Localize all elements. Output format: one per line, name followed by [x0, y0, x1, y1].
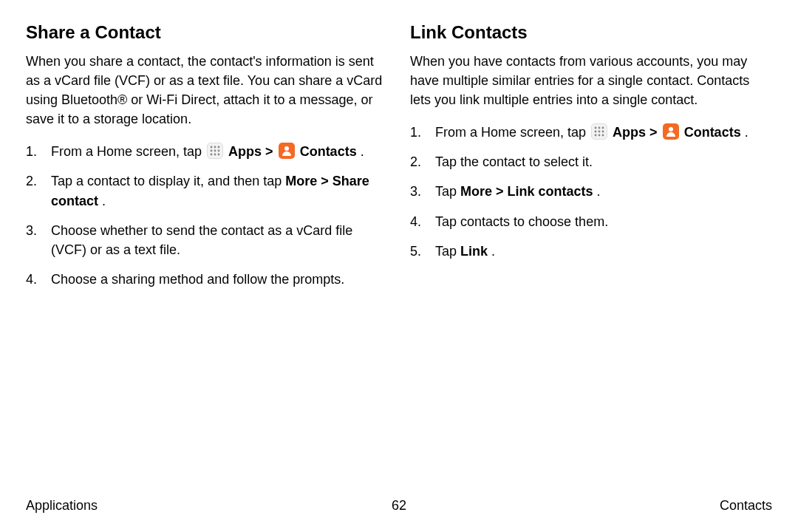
period: . [491, 244, 495, 259]
more-label: More [285, 174, 317, 188]
svg-point-18 [602, 134, 604, 137]
share-step-3: 3. Choose whether to send the contact as… [26, 221, 388, 259]
page-number: 62 [392, 498, 406, 514]
link-label: Link [460, 244, 488, 259]
step-text: Choose a sharing method and follow the p… [51, 272, 344, 287]
link-step-2: 2. Tap the contact to select it. [410, 152, 772, 171]
content-columns: Share a Contact When you share a contact… [26, 22, 772, 299]
contacts-icon [279, 143, 295, 159]
share-intro: When you share a contact, the contact's … [26, 52, 388, 129]
link-step-3: 3. Tap More > Link contacts . [410, 182, 772, 201]
step-number: 1. [410, 123, 421, 142]
share-step-1: 1. From a Home screen, tap Apps > Contac… [26, 142, 388, 161]
svg-point-8 [218, 154, 220, 156]
svg-point-2 [218, 146, 220, 149]
step-number: 1. [26, 142, 37, 161]
step-number: 3. [26, 221, 37, 240]
apps-icon [591, 123, 607, 140]
step-text: Choose whether to send the contact as a … [51, 223, 352, 257]
svg-point-4 [214, 150, 216, 152]
svg-point-6 [211, 154, 213, 156]
more-link-label: More > Link contacts [460, 184, 593, 199]
step-text: Tap [435, 244, 460, 259]
link-steps: 1. From a Home screen, tap Apps > Contac… [410, 123, 772, 260]
share-step-4: 4. Choose a sharing method and follow th… [26, 270, 388, 289]
step-text: From a Home screen, tap [51, 144, 205, 159]
link-intro: When you have contacts from various acco… [410, 52, 772, 109]
link-heading: Link Contacts [410, 22, 772, 43]
period: . [745, 125, 748, 140]
left-column: Share a Contact When you share a contact… [26, 22, 388, 299]
right-column: Link Contacts When you have contacts fro… [410, 22, 772, 299]
period: . [102, 194, 106, 208]
share-step-2: 2. Tap a contact to display it, and then… [26, 171, 388, 210]
svg-point-9 [284, 146, 289, 151]
footer-section: Applications [26, 498, 98, 514]
step-number: 3. [410, 182, 421, 201]
link-step-4: 4. Tap contacts to choose them. [410, 212, 772, 231]
chevron: > [265, 144, 277, 159]
step-number: 2. [410, 152, 421, 171]
step-text: Tap contacts to choose them. [435, 214, 608, 229]
svg-point-1 [214, 146, 216, 149]
svg-point-7 [214, 154, 216, 156]
period: . [361, 144, 364, 159]
svg-point-13 [595, 131, 597, 133]
contacts-label: Contacts [300, 144, 357, 159]
step-text: Tap the contact to select it. [435, 154, 593, 169]
step-text: Tap [435, 184, 460, 199]
svg-point-0 [211, 146, 213, 149]
period: . [597, 184, 601, 199]
apps-icon [207, 143, 223, 159]
page-footer: Applications 62 Contacts [26, 498, 772, 514]
footer-topic: Contacts [720, 498, 772, 514]
svg-point-3 [211, 150, 213, 152]
apps-label: Apps [613, 125, 646, 140]
step-number: 2. [26, 171, 37, 191]
svg-point-11 [598, 127, 601, 129]
svg-point-5 [218, 150, 220, 152]
contacts-icon [663, 123, 679, 140]
svg-point-14 [598, 131, 601, 133]
svg-point-17 [598, 134, 601, 137]
step-text: From a Home screen, tap [435, 125, 590, 140]
apps-label: Apps [228, 144, 262, 159]
step-number: 5. [410, 242, 421, 261]
svg-point-10 [595, 127, 597, 129]
link-step-1: 1. From a Home screen, tap Apps > Contac… [410, 123, 772, 142]
contacts-label: Contacts [684, 125, 741, 140]
svg-point-15 [602, 131, 604, 133]
step-number: 4. [410, 212, 421, 231]
step-text: Tap a contact to display it, and then ta… [51, 174, 285, 188]
svg-point-12 [602, 127, 604, 129]
step-number: 4. [26, 270, 37, 289]
chevron: > [321, 174, 332, 188]
link-step-5: 5. Tap Link . [410, 242, 772, 261]
svg-point-19 [669, 127, 673, 132]
share-steps: 1. From a Home screen, tap Apps > Contac… [26, 142, 388, 289]
share-heading: Share a Contact [26, 22, 388, 43]
svg-point-16 [595, 134, 597, 137]
chevron: > [649, 125, 661, 140]
